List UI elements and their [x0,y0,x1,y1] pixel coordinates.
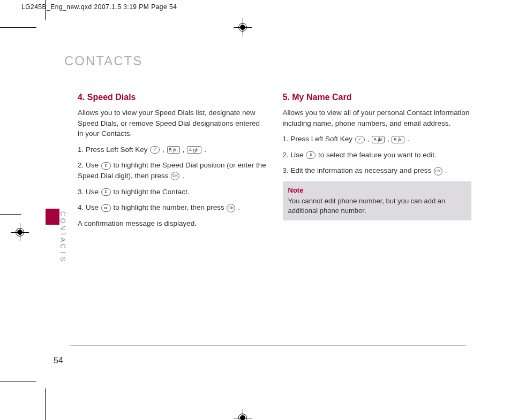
intro-text: Allows you to view all of your personal … [283,108,472,128]
step-2: 2. Use ⇕ to select the feature you want … [283,150,472,161]
step-text: 3. Edit the information as necessary and… [283,166,433,174]
step-text: . [445,166,447,174]
crop-mark [0,27,36,28]
step-text: . [182,172,184,180]
column-my-name-card: 5. My Name Card Allows you to view all o… [283,91,472,234]
step-text: , [182,146,186,154]
crop-mark [0,214,21,215]
note-box: Note You cannot edit phone number, but y… [283,181,472,220]
step-text: , [162,146,167,154]
step-text: . [407,135,409,143]
step-4: 4. Use ⇔ to highlight the number, then p… [78,202,267,213]
step-text: 4. Use [78,203,101,211]
ok-key-icon: OK [227,204,235,212]
step-text: 2. Use [78,161,101,169]
step-result: A confirmation message is displayed. [78,218,267,229]
step-text: 1. Press Left Soft Key [283,135,355,143]
registration-mark-icon [234,409,252,420]
key-5-icon: 5 jkl [167,146,180,154]
soft-key-icon: ✓ [355,136,365,143]
soft-key-icon: ✓ [150,146,160,154]
step-1: 1. Press Left Soft Key ✓ , 5 jkl , 5 jkl… [283,134,472,144]
key-5-icon: 5 jkl [392,136,404,143]
page-title: CONTACTS [64,54,142,68]
note-title: Note [288,186,467,195]
crop-mark [45,388,46,420]
step-text: , [367,135,372,143]
registration-mark-icon [11,223,29,241]
step-text: . [238,203,240,211]
nav-updown-icon: ⇕ [306,151,315,159]
key-5-icon: 5 jkl [372,136,385,143]
nav-updown-icon: ⇕ [101,162,111,170]
nav-updown-icon: ⇕ [101,188,111,196]
step-3: 3. Use ⇕ to highlight the Contact. [78,187,267,197]
step-text: to highlight the number, then press [114,203,227,211]
nav-leftright-icon: ⇔ [101,204,111,212]
crop-mark [45,0,46,20]
step-text: 2. Use [283,151,306,159]
section-tab [46,209,59,225]
step-3: 3. Edit the information as necessary and… [283,165,472,176]
column-speed-dials: 4. Speed Dials Allows you to view your S… [78,91,267,234]
step-text: 1. Press Left Soft Key [78,146,149,154]
step-2: 2. Use ⇕ to highlight the Speed Dial pos… [78,160,267,181]
page-number: 54 [54,356,63,365]
step-1: 1. Press Left Soft Key ✓ , 5 jkl , 4 ghi… [78,144,267,155]
step-text: to highlight the Contact. [114,188,190,196]
ok-key-icon: OK [171,172,179,180]
registration-mark-icon [234,18,252,36]
step-text: 3. Use [78,188,101,196]
heading-my-name-card: 5. My Name Card [283,91,472,103]
intro-text: Allows you to view your Speed Dials list… [78,108,267,139]
step-text: to select the feature you want to edit. [318,151,437,159]
key-4-icon: 4 ghi [187,146,202,154]
note-body: You cannot edit phone number, but you ca… [288,197,446,215]
heading-speed-dials: 4. Speed Dials [78,91,267,103]
content-columns: 4. Speed Dials Allows you to view your S… [78,91,471,234]
step-text: . [204,146,206,154]
ok-key-icon: OK [434,167,442,175]
section-side-label: CONTACTS [59,211,66,263]
crop-mark [0,381,36,381]
footer-rule [70,345,466,346]
step-text: , [387,135,392,143]
